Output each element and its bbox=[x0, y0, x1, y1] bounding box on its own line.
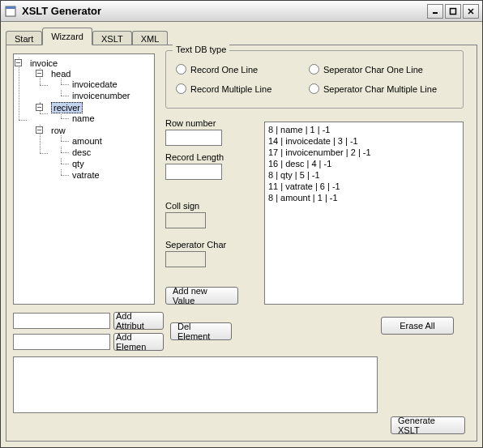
minimize-button[interactable] bbox=[427, 4, 443, 19]
tree-node[interactable]: invoice bbox=[30, 58, 58, 68]
row-number-input[interactable] bbox=[165, 130, 222, 146]
tree-node[interactable]: head bbox=[51, 69, 71, 79]
list-item[interactable]: 16 | desc | 4 | -1 bbox=[268, 158, 459, 169]
tree-node[interactable]: amount bbox=[72, 136, 102, 146]
tree-node[interactable]: invoicenumber bbox=[72, 91, 130, 100]
radio-label: Record Multiple Line bbox=[190, 84, 271, 94]
radio-record-one-line[interactable]: Record One Line bbox=[176, 64, 258, 75]
tree-toggle-icon[interactable]: – bbox=[36, 126, 43, 134]
radio-label: Record One Line bbox=[190, 65, 258, 75]
tree-node[interactable]: invoicedate bbox=[72, 79, 118, 89]
text-db-type-group: Text DB type Record One Line Seperator C… bbox=[165, 50, 464, 109]
list-item[interactable]: 8 | name | 1 | -1 bbox=[268, 124, 459, 135]
close-button[interactable] bbox=[463, 4, 479, 19]
tree-toggle-icon[interactable]: – bbox=[36, 104, 43, 111]
list-item[interactable]: 11 | vatrate | 6 | -1 bbox=[268, 181, 459, 192]
xml-tree[interactable]: – invoice – head invoicedate invoicenumb… bbox=[13, 53, 155, 305]
coll-sign-input bbox=[165, 212, 206, 228]
group-legend: Text DB type bbox=[173, 45, 229, 54]
tree-node[interactable]: vatrate bbox=[72, 170, 100, 180]
radio-label: Seperator Char One Line bbox=[323, 65, 423, 75]
attribute-name-input[interactable] bbox=[13, 313, 110, 329]
del-element-button[interactable]: Del Element bbox=[170, 322, 232, 340]
tree-toggle-icon[interactable]: – bbox=[36, 70, 43, 77]
add-attribute-button[interactable]: Add Attribut bbox=[113, 312, 164, 330]
generate-xslt-button[interactable]: Generate XSLT bbox=[391, 416, 465, 434]
add-new-value-button[interactable]: Add new Value bbox=[165, 287, 238, 305]
titlebar: XSLT Generator bbox=[1, 1, 482, 22]
element-name-input[interactable] bbox=[13, 334, 110, 350]
tab-wizzard[interactable]: Wizzard bbox=[42, 28, 92, 45]
radio-input[interactable] bbox=[176, 83, 186, 94]
record-length-input[interactable] bbox=[165, 164, 222, 180]
seperator-char-input bbox=[165, 251, 206, 267]
tree-toggle-icon[interactable]: – bbox=[15, 59, 22, 66]
tree-node[interactable]: qty bbox=[72, 159, 84, 169]
tree-node-selected[interactable]: reciver bbox=[51, 102, 83, 113]
radio-input[interactable] bbox=[176, 64, 186, 75]
app-window: XSLT Generator Start Wizzard XSLT XML – … bbox=[0, 0, 483, 448]
erase-all-button[interactable]: Erase All bbox=[381, 317, 454, 335]
radio-sep-one-line[interactable]: Seperator Char One Line bbox=[309, 64, 423, 75]
radio-input[interactable] bbox=[309, 64, 319, 75]
radio-sep-multi-line[interactable]: Seperator Char Multiple Line bbox=[309, 83, 437, 94]
app-icon bbox=[4, 5, 17, 18]
radio-record-multi-line[interactable]: Record Multiple Line bbox=[176, 83, 271, 94]
window-title: XSLT Generator bbox=[22, 5, 427, 17]
tree-node[interactable]: name bbox=[72, 113, 95, 123]
list-item[interactable]: 14 | invoicedate | 3 | -1 bbox=[268, 135, 459, 147]
radio-input[interactable] bbox=[309, 83, 319, 94]
values-listbox[interactable]: 8 | name | 1 | -1 14 | invoicedate | 3 |… bbox=[264, 122, 464, 305]
radio-label: Seperator Char Multiple Line bbox=[323, 84, 437, 94]
seperator-char-label: Seperator Char bbox=[165, 240, 226, 250]
maximize-button[interactable] bbox=[445, 4, 461, 19]
tree-node[interactable]: desc bbox=[72, 147, 91, 157]
list-item[interactable]: 8 | amount | 1 | -1 bbox=[268, 192, 459, 203]
client-area: Start Wizzard XSLT XML – invoice – head bbox=[1, 22, 482, 447]
list-item[interactable]: 17 | invoicenumber | 2 | -1 bbox=[268, 147, 459, 158]
list-item[interactable]: 8 | qty | 5 | -1 bbox=[268, 169, 459, 181]
tree-node[interactable]: row bbox=[51, 126, 66, 135]
tab-panel-wizzard: – invoice – head invoicedate invoicenumb… bbox=[6, 45, 477, 442]
row-number-label: Row number bbox=[165, 118, 216, 128]
svg-rect-3 bbox=[451, 8, 456, 14]
output-textarea[interactable] bbox=[13, 356, 378, 413]
coll-sign-label: Coll sign bbox=[165, 201, 199, 211]
svg-rect-1 bbox=[6, 6, 15, 9]
tabstrip: Start Wizzard XSLT XML bbox=[6, 27, 477, 45]
record-length-label: Record Length bbox=[165, 152, 224, 162]
add-element-button[interactable]: Add Elemen bbox=[113, 333, 164, 351]
